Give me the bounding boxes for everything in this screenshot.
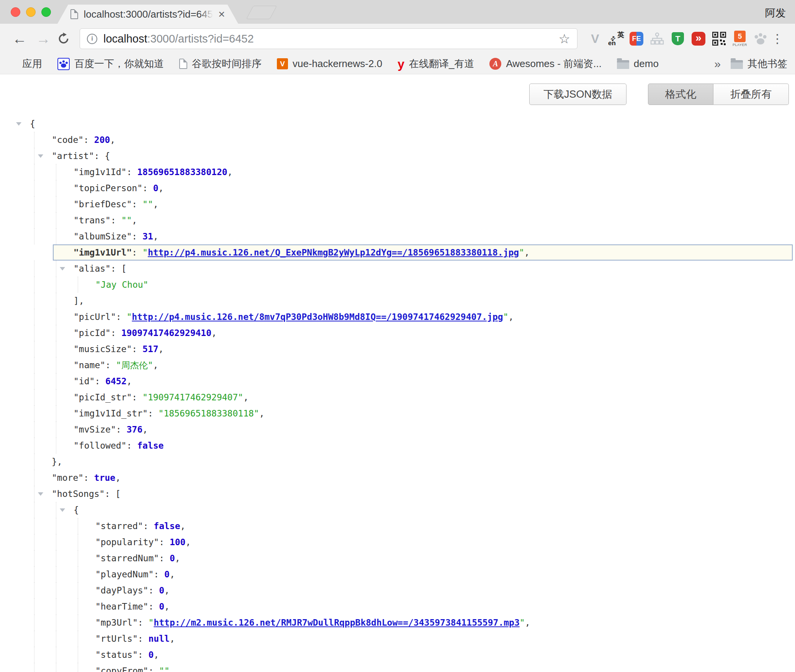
json-row: { (0, 502, 795, 518)
info-icon[interactable]: i (87, 34, 97, 44)
json-key: "artist" (52, 151, 94, 161)
indent-guide (34, 132, 34, 148)
indent-guide (34, 405, 34, 421)
json-text: , (243, 392, 249, 402)
browser-tab[interactable]: localhost:3000/artists?id=645 × (57, 5, 238, 24)
browser-menu-icon[interactable]: ⋮ (769, 31, 787, 46)
download-json-button[interactable]: 下载JSON数据 (529, 84, 627, 105)
json-key: "followed" (74, 441, 126, 451)
indent-guide (78, 598, 78, 615)
json-url-link[interactable]: http://p4.music.126.net/Q_ExePNkmgB2yWyL… (148, 247, 519, 257)
indent-guide (34, 598, 34, 615)
indent-guide (56, 164, 56, 180)
indent-guide (34, 518, 34, 534)
json-text: , (525, 618, 530, 628)
indent-guide (34, 341, 34, 357)
collapse-toggle-icon[interactable] (38, 492, 43, 496)
bookmark-star-icon[interactable]: ☆ (559, 31, 570, 46)
json-value: 517 (142, 344, 159, 354)
json-value: "19097417462929407" (142, 392, 243, 402)
json-row: "img1v1Id_str": "18569651883380118", (0, 405, 795, 421)
page-content: 下载JSON数据 格式化 折叠所有 {"code": 200,"artist":… (0, 74, 795, 672)
translate-icon[interactable]: 英 ⇄ en (607, 30, 624, 48)
indent-guide (56, 293, 56, 309)
json-row: "playedNum": 0, (0, 566, 795, 582)
profile-button[interactable]: 阿发 (765, 6, 786, 20)
json-text: , (259, 408, 265, 418)
collapse-toggle-icon[interactable] (38, 154, 43, 158)
bookmarks-overflow-icon[interactable]: » (714, 57, 721, 70)
json-text: : (138, 618, 149, 628)
json-text: : (143, 521, 154, 531)
reload-icon[interactable] (57, 33, 70, 45)
json-text: : (126, 167, 137, 177)
json-value: 0 (159, 585, 164, 595)
json-value: 100 (170, 537, 186, 547)
json-key: "picId_str" (74, 392, 132, 402)
tab-close-icon[interactable]: × (218, 8, 225, 20)
other-bookmarks-folder[interactable]: 其他书签 (731, 57, 787, 70)
json-text: " (148, 618, 154, 628)
indent-guide (56, 341, 56, 357)
indent-guide (34, 582, 34, 598)
json-value: null (148, 634, 169, 644)
indent-guide (78, 550, 78, 566)
json-key: "dayPlays" (95, 585, 148, 595)
sitemap-icon[interactable] (649, 30, 666, 48)
indent-guide (56, 438, 56, 454)
folder-icon (617, 60, 629, 69)
bookmark-baidu[interactable]: 百度一下，你就知道 (57, 57, 164, 70)
indent-guide (56, 631, 56, 647)
json-text: " (142, 247, 148, 257)
bookmark-awesomes[interactable]: A Awesomes - 前端资... (489, 57, 601, 70)
json-text: , (153, 199, 159, 209)
indent-guide (78, 534, 78, 550)
fe-icon[interactable]: FE (628, 30, 645, 48)
json-value: 18569651883380120 (137, 167, 227, 177)
format-button[interactable]: 格式化 (648, 84, 713, 105)
bookmark-apps[interactable]: 应用 (8, 57, 42, 70)
address-bar[interactable]: i localhost:3000/artists?id=6452 ☆ (80, 28, 577, 49)
maximize-window-button[interactable] (41, 7, 51, 17)
qr-code-icon[interactable] (711, 30, 728, 48)
indent-guide (56, 518, 56, 534)
collapse-toggle-icon[interactable] (60, 508, 65, 512)
json-text: : (94, 151, 105, 161)
json-row: "alias": [ (0, 261, 795, 277)
bookmark-demo-folder[interactable]: demo (617, 58, 659, 70)
tampermonkey-icon[interactable]: T (669, 30, 686, 48)
close-window-button[interactable] (11, 7, 20, 17)
bookmark-youdao-translate[interactable]: y 在线翻译_有道 (398, 57, 474, 70)
back-icon[interactable]: ← (8, 31, 31, 46)
indent-guide (34, 550, 34, 566)
json-value: "" (142, 199, 153, 209)
json-text: , (164, 602, 170, 611)
bookmark-google-time-sort[interactable]: 谷歌按时间排序 (179, 57, 262, 70)
collapse-toggle-icon[interactable] (16, 122, 21, 126)
bookmark-vue-hackernews[interactable]: V vue-hackernews-2.0 (277, 58, 382, 70)
html5-player-icon[interactable]: 5 PLAYER (731, 30, 748, 48)
json-url-link[interactable]: http://p4.music.126.net/8mv7qP30Pd3oHW8b… (132, 312, 503, 322)
paw-icon[interactable] (752, 30, 769, 48)
baidu-paw-icon (57, 58, 70, 70)
json-url-link[interactable]: http://m2.music.126.net/RMJR7wDullRqppBk… (154, 618, 519, 628)
indent-guide (34, 196, 34, 212)
collapse-all-button[interactable]: 折叠所有 (713, 84, 789, 105)
minimize-window-button[interactable] (26, 7, 36, 17)
json-row: "name": "周杰伦", (0, 357, 795, 373)
json-row: }, (0, 454, 795, 470)
json-text: : (148, 408, 159, 418)
json-row: "mp3Url": "http://m2.music.126.net/RMJR7… (0, 615, 795, 631)
fast-forward-icon[interactable]: » (690, 30, 707, 48)
json-text: , (153, 360, 159, 370)
indent-guide (56, 534, 56, 550)
new-tab-button[interactable] (246, 6, 277, 19)
json-row: "starredNum": 0, (0, 550, 795, 566)
indent-guide (56, 582, 56, 598)
indent-guide (34, 357, 34, 373)
json-text: , (170, 569, 175, 579)
indent-guide (34, 228, 34, 244)
collapse-toggle-icon[interactable] (60, 267, 65, 270)
json-key: "albumSize" (74, 231, 132, 241)
vue-devtools-icon[interactable]: V (587, 30, 604, 48)
